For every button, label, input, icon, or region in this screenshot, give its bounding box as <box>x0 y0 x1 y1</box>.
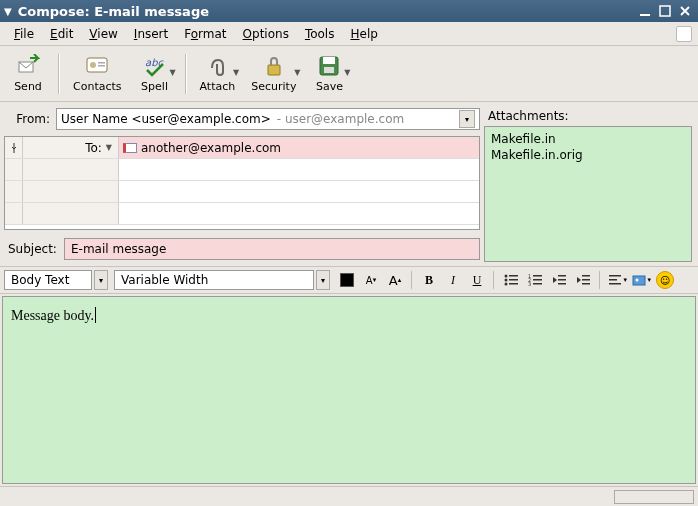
svg-rect-32 <box>609 283 621 285</box>
recipient-grid: To: ▼ another@example.com <box>4 136 480 230</box>
recipient-row[interactable] <box>5 159 479 181</box>
dropdown-icon: ▾ <box>647 276 651 284</box>
titlebar[interactable]: ▼ Compose: E-mail message <box>0 0 698 22</box>
body-text: Message body. <box>11 308 94 323</box>
send-button[interactable]: Send <box>4 49 52 99</box>
menu-help[interactable]: Help <box>342 25 385 43</box>
toolbar-separator <box>58 54 60 94</box>
menu-options[interactable]: Options <box>235 25 297 43</box>
font-size-down-button[interactable]: A▾ <box>360 269 382 291</box>
svg-rect-11 <box>324 67 334 73</box>
from-row: From: User Name <user@example.com> - use… <box>4 106 480 132</box>
contacts-label: Contacts <box>73 80 122 93</box>
menu-view[interactable]: View <box>81 25 125 43</box>
align-button[interactable]: ▾ <box>606 269 628 291</box>
format-toolbar: Body Text ▾ Variable Width ▾ A▾ A▴ B I U… <box>0 266 698 294</box>
compose-window: ▼ Compose: E-mail message File Edit View… <box>0 0 698 506</box>
italic-button[interactable]: I <box>442 269 464 291</box>
svg-point-4 <box>90 62 96 68</box>
svg-rect-26 <box>558 283 566 285</box>
svg-rect-29 <box>582 283 590 285</box>
dropdown-icon[interactable]: ▼ <box>233 68 239 77</box>
dropdown-icon[interactable]: ▼ <box>294 68 300 77</box>
attach-label: Attach <box>200 80 236 93</box>
dropdown-icon[interactable]: ▾ <box>316 270 330 290</box>
throbber-icon <box>676 26 692 42</box>
font-size-up-button[interactable]: A▴ <box>384 269 406 291</box>
save-label: Save <box>316 80 343 93</box>
svg-rect-25 <box>558 279 566 281</box>
svg-point-12 <box>505 275 508 278</box>
subject-label: Subject: <box>4 242 64 256</box>
message-body-editor[interactable]: Message body. <box>2 296 696 484</box>
recipient-field[interactable] <box>119 159 479 180</box>
attachment-item[interactable]: Makefile.in <box>489 131 687 147</box>
recipient-row[interactable] <box>5 203 479 225</box>
spell-button[interactable]: abc Spell ▼ <box>131 49 179 99</box>
save-icon <box>317 54 341 78</box>
contacts-icon <box>85 54 109 78</box>
recipient-row[interactable] <box>5 181 479 203</box>
menubar: File Edit View Insert Format Options Too… <box>0 22 698 46</box>
numbered-list-button[interactable]: 123 <box>524 269 546 291</box>
subject-input[interactable] <box>64 238 480 260</box>
svg-rect-27 <box>582 275 590 277</box>
insert-object-button[interactable]: ▾ <box>630 269 652 291</box>
dropdown-icon[interactable]: ▼ <box>169 68 175 77</box>
from-label: From: <box>4 112 56 126</box>
svg-rect-17 <box>509 283 518 285</box>
bullet-list-button[interactable] <box>500 269 522 291</box>
recipient-type-selector[interactable] <box>23 203 119 224</box>
from-identity: - user@example.com <box>277 112 404 126</box>
dropdown-icon: ▼ <box>106 143 112 152</box>
attachment-item[interactable]: Makefile.in.orig <box>489 147 687 163</box>
text-color-button[interactable] <box>336 269 358 291</box>
underline-button[interactable]: U <box>466 269 488 291</box>
recipient-field[interactable] <box>119 203 479 224</box>
spell-icon: abc <box>143 54 167 78</box>
menu-tools[interactable]: Tools <box>297 25 343 43</box>
paragraph-style-selector[interactable]: Body Text <box>4 270 92 290</box>
svg-rect-1 <box>660 6 670 16</box>
outdent-button[interactable] <box>548 269 570 291</box>
svg-rect-6 <box>98 65 105 67</box>
row-icon <box>5 137 23 158</box>
maximize-button[interactable] <box>656 3 674 19</box>
dropdown-icon[interactable]: ▾ <box>94 270 108 290</box>
security-button[interactable]: Security ▼ <box>244 49 303 99</box>
window-menu-icon[interactable]: ▼ <box>4 6 12 17</box>
save-button[interactable]: Save ▼ <box>305 49 353 99</box>
menu-file[interactable]: File <box>6 25 42 43</box>
recipient-type-selector[interactable]: To: ▼ <box>23 137 119 158</box>
svg-point-34 <box>636 279 639 282</box>
addressing-pane: From: User Name <user@example.com> - use… <box>0 102 484 266</box>
recipient-type-selector[interactable] <box>23 159 119 180</box>
font-selector[interactable]: Variable Width <box>114 270 314 290</box>
svg-point-16 <box>505 283 508 286</box>
attachments-list[interactable]: Makefile.in Makefile.in.orig <box>484 126 692 262</box>
svg-rect-0 <box>640 14 650 16</box>
toolbar: Send Contacts abc Spell ▼ Attach ▼ Secur… <box>0 46 698 102</box>
lock-icon <box>262 54 286 78</box>
recipient-row[interactable]: To: ▼ another@example.com <box>5 137 479 159</box>
menu-format[interactable]: Format <box>176 25 234 43</box>
attach-button[interactable]: Attach ▼ <box>193 49 243 99</box>
svg-rect-13 <box>509 275 518 277</box>
recipient-field[interactable] <box>119 181 479 202</box>
contacts-button[interactable]: Contacts <box>66 49 129 99</box>
menu-edit[interactable]: Edit <box>42 25 81 43</box>
send-icon <box>16 54 40 78</box>
recipient-field[interactable]: another@example.com <box>119 137 479 158</box>
from-selector[interactable]: User Name <user@example.com> - user@exam… <box>56 108 480 130</box>
close-button[interactable] <box>676 3 694 19</box>
security-label: Security <box>251 80 296 93</box>
menu-insert[interactable]: Insert <box>126 25 176 43</box>
dropdown-icon[interactable]: ▼ <box>344 68 350 77</box>
svg-rect-15 <box>509 279 518 281</box>
dropdown-icon[interactable]: ▾ <box>459 110 475 128</box>
insert-smiley-button[interactable]: ☺ <box>654 269 676 291</box>
minimize-button[interactable] <box>636 3 654 19</box>
bold-button[interactable]: B <box>418 269 440 291</box>
indent-button[interactable] <box>572 269 594 291</box>
recipient-type-selector[interactable] <box>23 181 119 202</box>
